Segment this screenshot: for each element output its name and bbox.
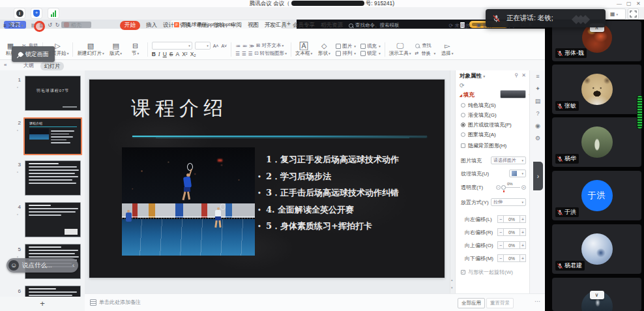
italic-button[interactable]: I: [158, 51, 160, 57]
tab-slides[interactable]: 幻灯片: [40, 62, 64, 70]
refresh-icon[interactable]: ⟳: [460, 82, 465, 89]
participant-tile[interactable]: 张敏: [552, 65, 641, 114]
bullet-list-icon[interactable]: ≔: [235, 43, 241, 49]
section-button[interactable]: ⊟节▾: [128, 42, 143, 57]
align-center-icon[interactable]: ☰: [242, 51, 246, 57]
chevron-left-icon[interactable]: ‹: [72, 262, 74, 269]
decrease-icon[interactable]: −: [496, 185, 501, 190]
offset-up-stepper[interactable]: −0%+: [497, 241, 526, 249]
align-text-button[interactable]: ⊞ 对齐文本▾: [256, 42, 284, 49]
tab-outline[interactable]: 大纲: [23, 62, 34, 69]
collapse-down-button[interactable]: ∨: [590, 291, 604, 299]
align-left-icon[interactable]: ☰: [235, 51, 240, 57]
picture-fill-dropdown[interactable]: 请选择图片▾: [491, 156, 526, 164]
close-icon[interactable]: ✕: [636, 1, 641, 7]
tab-transition[interactable]: 切换: [180, 22, 191, 29]
panel-switch-icon[interactable]: ≡: [530, 70, 546, 83]
bold-button[interactable]: B: [152, 51, 156, 57]
font-name-input[interactable]: ▾: [152, 42, 192, 50]
plus-button[interactable]: +: [520, 254, 526, 262]
slide-thumbnail-2-selected[interactable]: 课程介绍: [23, 117, 82, 155]
notes-bar[interactable]: 单击此处添加备注: [90, 299, 141, 306]
slider-knob[interactable]: [501, 185, 506, 190]
checkbox-hide-background[interactable]: 隐藏背景图形(H): [461, 142, 506, 149]
tab-devtools[interactable]: 开发工具: [265, 22, 287, 29]
font-increase-icon[interactable]: A˄: [213, 44, 219, 48]
smart-graphic-button[interactable]: ⊡ 转智能图形▾: [254, 50, 287, 57]
find-button[interactable]: 查找: [415, 42, 436, 49]
radio-solid-fill[interactable]: 纯色填充(S): [461, 102, 496, 109]
fullscreen-button[interactable]: [628, 8, 639, 20]
shape-button[interactable]: ◇形状▾: [316, 42, 332, 57]
sync-status[interactable]: ⟳ 未同步: [449, 22, 471, 29]
lock-button[interactable]: 锁定▾: [360, 50, 381, 57]
sidebar-collapse-handle[interactable]: ›: [533, 162, 543, 190]
superscript-button[interactable]: X²: [182, 51, 188, 57]
chat-input-placeholder[interactable]: 说点什么...: [22, 261, 72, 270]
offset-down-stepper[interactable]: −0%+: [497, 254, 526, 262]
collapse-panel-icon[interactable]: «: [4, 62, 7, 68]
font-color-button[interactable]: A: [175, 51, 179, 57]
redo-icon[interactable]: ↻: [55, 22, 60, 28]
fill-swatch-dropdown[interactable]: ▾: [500, 90, 526, 98]
texture-fill-dropdown[interactable]: ▾: [509, 170, 526, 177]
command-search-input[interactable]: 查找命令、搜索模板: [349, 22, 400, 29]
present-tools-button[interactable]: 🖵演示工具▾: [389, 42, 411, 57]
record-icon[interactable]: ◉: [530, 120, 546, 132]
file-menu[interactable]: ≡文件▾: [3, 22, 23, 29]
opacity-slider[interactable]: −0%+: [496, 185, 526, 190]
font-size-input[interactable]: ▾: [195, 42, 211, 50]
align-right-icon[interactable]: ☰: [248, 51, 253, 57]
effects-icon[interactable]: ✦: [530, 83, 546, 95]
minus-button[interactable]: −: [497, 215, 504, 223]
offset-left-stepper[interactable]: −0%+: [497, 215, 526, 223]
tab-member[interactable]: 会员专享: [293, 22, 315, 29]
tab-slideshow[interactable]: 放映: [214, 22, 225, 29]
tab-view[interactable]: 视图: [248, 22, 259, 29]
close-panel-icon[interactable]: ✕: [521, 72, 526, 78]
checkbox-rotate-with-shape[interactable]: ✓与形状一起旋转(W): [461, 269, 513, 276]
reset-background-button[interactable]: 重置背景: [486, 298, 514, 308]
plus-button[interactable]: +: [520, 215, 526, 223]
slide-thumbnail-6[interactable]: [25, 286, 81, 297]
plus-button[interactable]: +: [520, 228, 526, 236]
participant-tile[interactable]: 于洪 于洪: [552, 171, 641, 220]
undo-icon[interactable]: ↺: [48, 22, 52, 28]
badminton-photo[interactable]: [122, 147, 255, 256]
arrange-button[interactable]: 排列▾: [336, 50, 356, 57]
more-icon[interactable]: ⋯: [534, 298, 540, 304]
settings-gear-icon[interactable]: ⚙: [530, 132, 546, 145]
meeting-info-button[interactable]: i: [14, 8, 25, 18]
select-button[interactable]: ▻选择▾: [439, 42, 455, 57]
strikethrough-button[interactable]: S: [169, 51, 173, 57]
help-icon[interactable]: ?: [530, 108, 546, 120]
scroll-down-icon[interactable]: ▾: [451, 286, 453, 289]
radio-gradient-fill[interactable]: 渐变填充(G): [461, 111, 497, 119]
minus-button[interactable]: −: [497, 254, 504, 262]
slide-layout-button[interactable]: ▤版式▾: [108, 42, 124, 57]
network-status-button[interactable]: [48, 8, 59, 18]
participant-tile[interactable]: ∨: [552, 278, 641, 311]
picture-button[interactable]: 图片▾: [336, 43, 356, 50]
current-slide[interactable]: 课程介绍 1．复习正手发后场高远球技术动作 •2．学习后场步法 •3．正手击后场…: [89, 80, 445, 278]
radio-picture-fill[interactable]: 图片或纹理填充(P): [461, 121, 512, 128]
slide-thumbnail-1[interactable]: 羽毛球课程07节: [25, 76, 81, 111]
add-slide-button[interactable]: +: [0, 297, 85, 311]
underline-button[interactable]: U: [163, 51, 167, 57]
tab-design[interactable]: 设计: [163, 22, 174, 29]
participant-tile[interactable]: 杨君建: [552, 224, 641, 274]
tab-review[interactable]: 审阅: [231, 22, 242, 29]
meeting-security-button[interactable]: +: [31, 8, 42, 18]
minus-button[interactable]: −: [497, 241, 504, 249]
tab-start[interactable]: 开始: [120, 21, 140, 30]
tab-animation[interactable]: 动画: [197, 22, 208, 29]
plus-button[interactable]: +: [520, 241, 526, 249]
new-slide-button[interactable]: ▧新建幻灯片▾: [77, 42, 104, 57]
minimize-icon[interactable]: —: [617, 1, 622, 7]
participant-tile[interactable]: 杨华: [552, 117, 641, 167]
radio-pattern-fill[interactable]: 图案填充(A): [461, 131, 496, 138]
apply-all-button[interactable]: 全部应用: [458, 298, 485, 308]
increase-icon[interactable]: +: [521, 185, 526, 190]
fill-button[interactable]: 填充▾: [360, 43, 381, 50]
pin-panel-icon[interactable]: ⚲: [514, 72, 518, 78]
